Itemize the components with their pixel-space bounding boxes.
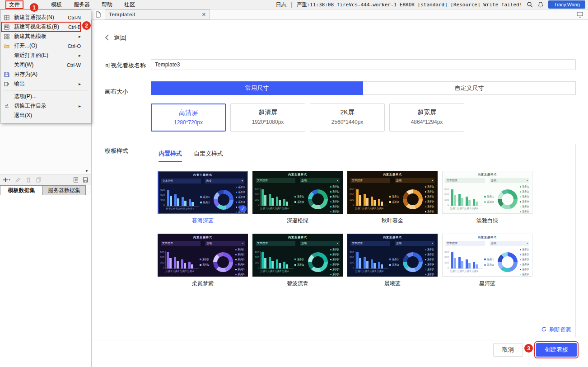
theme-option-7[interactable]: 内置主题样式 文本控件 选项▾ 9006003000 [347, 234, 438, 287]
theme-thumbnail[interactable]: 内置主题样式 文本控件 选项▾ 9006003000 [347, 234, 438, 277]
theme-name-label: 淡雅白绿 [442, 217, 532, 224]
file-menu-item-9[interactable]: 选项(P)... [0, 92, 91, 101]
file-menu-item-7[interactable]: 输出 ▸ [0, 79, 91, 89]
menu-community[interactable]: 社区 [118, 1, 141, 9]
size-card-ultrawide[interactable]: 超宽屏 4864*1294px [389, 104, 464, 132]
mini-title: 内置主题样式 [348, 171, 437, 177]
mini-bar-legend: 系列1 系列2 [484, 195, 496, 204]
file-menu-item-1[interactable]: 新建可视化看板(B) Ctrl-B [0, 22, 91, 32]
collapse-panel-icon[interactable]: ▼ [85, 169, 89, 173]
size-card-uhd[interactable]: 超清屏 1920*1080px [230, 104, 305, 132]
new-template-icon[interactable] [95, 11, 101, 18]
theme-option-6[interactable]: 内置主题样式 文本控件 选项▾ 9006003000 [252, 234, 343, 287]
size-card-hd[interactable]: 高清屏 1280*720px [151, 104, 226, 132]
file-menu-item-0[interactable]: 新建普通报表(N) Ctrl-N [0, 13, 91, 22]
file-menu-item-6[interactable]: 另存为(A) [0, 70, 91, 79]
page-setup-icon[interactable] [83, 177, 88, 183]
tab-title: Template3 [109, 12, 202, 18]
submenu-arrow-icon: ▸ [79, 34, 81, 39]
size-card-title: 超清屏 [231, 108, 305, 117]
theme-option-1[interactable]: 内置主题样式 文本控件 选项▾ 9006003000 [158, 171, 248, 224]
menu-help[interactable]: 帮助 [96, 1, 118, 9]
size-card-resolution: 4864*1294px [390, 119, 464, 125]
tab-template-dataset[interactable]: 模板数据集 [0, 185, 43, 195]
mini-text-widget: 文本控件 [256, 178, 295, 183]
app-window: 文件 模板 服务器 帮助 社区 日志 | 严重:11:38:08 fireVcs… [0, 0, 588, 367]
theme-thumbnail[interactable]: 内置主题样式 文本控件 选项▾ 9006003000 [442, 171, 532, 214]
theme-thumbnail[interactable]: 内置主题样式 文本控件 选项▾ 9006003000 [252, 234, 343, 277]
size-card-title: 高清屏 [152, 109, 225, 117]
file-menu-item-11[interactable]: 退出(X) [0, 111, 91, 120]
log-label[interactable]: 日志 [275, 1, 286, 9]
theme-option-3[interactable]: 内置主题样式 文本控件 选项▾ 9006003000 [347, 171, 438, 224]
theme-thumbnail[interactable]: 内置主题样式 文本控件 选项▾ 9006003000 [158, 171, 248, 214]
mini-select-widget: 选项▾ [300, 241, 340, 246]
mini-bar-legend: 系列1 系列2 [389, 258, 401, 267]
tab-custom-styles[interactable]: 自定义样式 [194, 150, 223, 162]
tab-template3[interactable]: Template3 ✕ [105, 9, 210, 19]
template-style-label: 模板样式 [105, 147, 128, 155]
selected-check-icon: ✓ [239, 205, 247, 212]
submenu-arrow-icon: ▸ [79, 104, 81, 108]
user-chip[interactable]: Tracy.Wang [548, 0, 585, 9]
copy-icon[interactable] [36, 177, 42, 183]
refresh-resources-button[interactable]: 刷新资源 [541, 326, 571, 334]
new-report-icon [4, 15, 11, 20]
chevron-down-icon: ▾ [337, 178, 338, 183]
theme-thumbnail[interactable]: 内置主题样式 文本控件 选项▾ 9006003000 [252, 171, 343, 214]
theme-option-2[interactable]: 内置主题样式 文本控件 选项▾ 9006003000 [252, 171, 343, 224]
tab-builtin-styles[interactable]: 内置样式 [159, 150, 182, 162]
size-card-title: 超宽屏 [390, 108, 464, 117]
notification-icon[interactable] [537, 1, 544, 8]
theme-thumbnail[interactable]: 内置主题样式 文本控件 选项▾ 9006003000 [442, 234, 532, 277]
open-icon [4, 43, 11, 49]
menu-template[interactable]: 模板 [45, 1, 68, 9]
theme-option-4[interactable]: 内置主题样式 文本控件 选项▾ 9006003000 [442, 171, 532, 224]
theme-thumbnail[interactable]: 内置主题样式 文本控件 选项▾ 9006003000 [158, 234, 248, 277]
menu-file[interactable]: 文件 [5, 0, 23, 9]
mini-bar-legend: 系列1 系列2 [294, 258, 306, 267]
create-dashboard-button[interactable]: 创建看板 [536, 343, 577, 357]
chevron-down-icon: ▾ [242, 241, 243, 246]
file-menu-item-4[interactable]: 最近打开的(E) ▸ [0, 51, 91, 60]
theme-option-8[interactable]: 内置主题样式 文本控件 选项▾ 9006003000 [442, 234, 532, 287]
common-size-option[interactable]: 常用尺寸 [151, 81, 363, 95]
mini-bar-legend: 系列1 系列2 [200, 195, 212, 205]
mini-text-widget: 文本控件 [445, 178, 485, 183]
delete-icon[interactable] [26, 177, 31, 183]
mini-donut-legend: 系列1 系列2 系列3 系列4 系列5 系列6 [330, 248, 339, 277]
style-tabs: 内置样式 自定义样式 [151, 144, 575, 162]
edit-icon[interactable] [15, 177, 21, 183]
annotation-badge-1: 1 [30, 3, 38, 12]
file-menu-item-10[interactable]: 切换工作目录 ▸ [0, 101, 91, 111]
mini-bar-chart: 9006003000 分类1分类2分类3分类4 [160, 188, 199, 211]
submenu-arrow-icon: ▸ [79, 81, 81, 86]
refresh-icon [541, 326, 547, 334]
file-menu-item-2[interactable]: 新建其他模板 ▸ [0, 32, 91, 41]
preview-toggle-icon[interactable] [577, 11, 583, 18]
search-icon[interactable] [527, 1, 533, 8]
back-button[interactable]: 返回 [105, 34, 126, 42]
close-tab-icon[interactable]: ✕ [202, 12, 206, 18]
preview-doc-icon[interactable] [73, 177, 79, 183]
mini-donut-chart [498, 189, 518, 209]
tab-server-dataset[interactable]: 服务器数据集 [43, 185, 86, 195]
theme-thumbnail[interactable]: 内置主题样式 文本控件 选项▾ 9006003000 [347, 171, 438, 214]
add-dataset-icon[interactable] [3, 177, 10, 183]
theme-option-5[interactable]: 内置主题样式 文本控件 选项▾ 9006003000 [158, 234, 248, 287]
menu-server[interactable]: 服务器 [68, 1, 96, 9]
dashboard-name-input[interactable] [151, 59, 576, 70]
custom-size-option[interactable]: 自定义尺寸 [363, 81, 576, 95]
theme-name-label: 星河蓝 [442, 280, 532, 287]
mini-select-widget: 选项▾ [490, 241, 529, 246]
file-menu-item-3[interactable]: 打开...(O) Ctrl-O [0, 41, 91, 51]
mini-donut-legend: 系列1 系列2 系列3 系列4 系列5 系列6 [330, 185, 339, 214]
new-other-template-icon [4, 34, 11, 39]
size-card-2k[interactable]: 2K屏 2560*1440px [310, 104, 385, 132]
file-menu-item-5[interactable]: 关闭(W) Ctrl-W [0, 60, 91, 70]
cancel-button[interactable]: 取消 [493, 343, 523, 357]
template-style-panel: 内置样式 自定义样式 内置主题样式 文本控件 选项▾ 9006003000 [151, 144, 576, 337]
theme-name-label: 深邃松绿 [252, 217, 343, 224]
mini-bar-legend: 系列1 系列2 [200, 258, 211, 267]
annotation-badge-2: 2 [82, 21, 91, 30]
